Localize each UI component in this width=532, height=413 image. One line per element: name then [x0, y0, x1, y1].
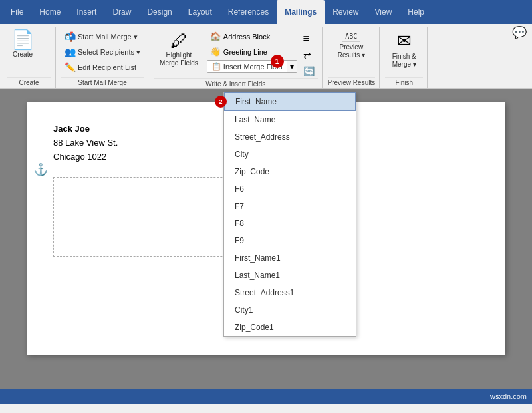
- dropdown-item-first-name1[interactable]: First_Name1: [224, 249, 356, 267]
- highlight-icon: 🖊: [170, 31, 188, 51]
- dropdown-item-street-address[interactable]: Street_Address: [224, 128, 356, 146]
- match-fields-icon: ⇄: [303, 50, 311, 61]
- ribbon-group-write-insert: 🖊 HighlightMerge Fields 🏠 Address Block …: [150, 27, 322, 88]
- preview-results-group-label: Preview Results: [328, 77, 376, 88]
- update-labels-icon: 🔄: [303, 66, 315, 76]
- create-group-label: Create: [7, 77, 51, 88]
- insert-merge-field-container: 📋 Insert Merge Field ▾ 1: [207, 60, 297, 73]
- tab-design[interactable]: Design: [139, 0, 180, 24]
- ribbon-tabs: File Home Insert Draw Design Layout Refe…: [0, 0, 532, 24]
- extra-icon-3[interactable]: 🔄: [300, 64, 318, 78]
- edit-recipient-list-icon: ✏️: [65, 62, 76, 72]
- tab-home[interactable]: Home: [31, 0, 68, 24]
- tab-insert[interactable]: Insert: [68, 0, 104, 24]
- status-bar: wsxdn.com: [0, 389, 532, 404]
- badge-2: 2: [215, 96, 227, 108]
- create-button[interactable]: 📄 Create: [7, 28, 39, 61]
- tab-draw[interactable]: Draw: [104, 0, 139, 24]
- ribbon-group-preview: ABC PreviewResults ▾ Preview Results: [324, 27, 380, 88]
- finish-group-label: Finish: [385, 77, 423, 88]
- insert-merge-field-icon: 📋: [211, 62, 221, 71]
- rules-icon: ≡: [303, 33, 309, 45]
- greeting-line-icon: 👋: [210, 47, 221, 57]
- extra-icon-1[interactable]: ≡: [300, 31, 318, 47]
- highlight-label: HighlightMerge Fields: [160, 51, 198, 67]
- create-icon: 📄: [11, 31, 35, 49]
- start-mail-merge-button[interactable]: 📬 Start Mail Merge ▾: [61, 29, 144, 44]
- edit-recipient-list-label: Edit Recipient List: [78, 63, 136, 71]
- tab-layout[interactable]: Layout: [180, 0, 220, 24]
- start-mail-merge-icon: 📬: [65, 31, 76, 42]
- dropdown-item-f9[interactable]: F9: [224, 232, 356, 249]
- extra-icon-2[interactable]: ⇄: [300, 48, 318, 63]
- dropdown-item-last-name[interactable]: Last_Name: [224, 111, 356, 128]
- finish-merge-button[interactable]: ✉ Finish &Merge ▾: [388, 28, 420, 71]
- tab-references[interactable]: References: [220, 0, 277, 24]
- dropdown-item-street-address1[interactable]: Street_Address1: [224, 284, 356, 301]
- ribbon-group-finish: ✉ Finish &Merge ▾ Finish: [381, 27, 428, 88]
- select-recipients-button[interactable]: 👥 Select Recipients ▾: [61, 45, 144, 59]
- address-block-label: Address Block: [223, 33, 270, 41]
- dropdown-item-last-name1[interactable]: Last_Name1: [224, 267, 356, 284]
- preview-results-icon: ABC: [342, 31, 360, 42]
- address-block-icon: 🏠: [210, 31, 221, 41]
- edit-recipient-list-button[interactable]: ✏️ Edit Recipient List: [61, 60, 144, 74]
- start-mail-merge-group-label: Start Mail Merge: [61, 77, 144, 88]
- greeting-line-button[interactable]: 👋 Greeting Line: [207, 45, 297, 59]
- address-block-button[interactable]: 🏠 Address Block: [207, 29, 297, 43]
- dropdown-item-f7[interactable]: F7: [224, 198, 356, 215]
- tab-file[interactable]: File: [3, 0, 31, 24]
- dropdown-item-first-name[interactable]: First_Name 2: [224, 92, 356, 111]
- dropdown-item-zip-code1[interactable]: Zip_Code1: [224, 319, 356, 336]
- chevron-down-icon: ▾: [290, 62, 294, 71]
- create-label: Create: [13, 51, 33, 59]
- greeting-line-label: Greeting Line: [223, 48, 267, 56]
- select-recipients-icon: 👥: [65, 47, 76, 57]
- dropdown-item-zip-code[interactable]: Zip_Code: [224, 163, 356, 180]
- ribbon-group-start-mail-merge: 📬 Start Mail Merge ▾ 👥 Select Recipients…: [57, 27, 148, 88]
- insert-merge-field-dropdown[interactable]: ▾: [287, 61, 297, 72]
- website-label: wsxdn.com: [490, 392, 527, 400]
- ribbon: 📄 Create Create 📬 Start Mail Merge ▾ 👥 S…: [0, 24, 532, 89]
- finish-merge-icon: ✉: [397, 31, 412, 51]
- start-mail-merge-label: Start Mail Merge ▾: [78, 33, 138, 41]
- tab-help[interactable]: Help: [400, 0, 432, 24]
- dropdown-item-f8[interactable]: F8: [224, 215, 356, 232]
- dropdown-item-city[interactable]: City: [224, 146, 356, 163]
- ribbon-group-create: 📄 Create Create: [3, 27, 56, 88]
- insert-merge-field-dropdown-menu: First_Name 2 Last_Name Street_Address Ci…: [223, 92, 356, 337]
- write-insert-group-label: Write & Insert Fields: [154, 78, 317, 90]
- tab-mailings[interactable]: Mailings: [277, 0, 325, 24]
- badge-1: 1: [271, 55, 284, 68]
- tab-review[interactable]: Review: [325, 0, 366, 24]
- preview-results-button[interactable]: ABC PreviewResults ▾: [334, 28, 369, 62]
- preview-results-label: PreviewResults ▾: [338, 43, 365, 59]
- finish-merge-label: Finish &Merge ▾: [392, 53, 416, 69]
- select-recipients-label: Select Recipients ▾: [78, 48, 140, 57]
- anchor-icon: ⚓: [33, 162, 48, 177]
- chat-icon[interactable]: 💬: [512, 25, 527, 40]
- dropdown-item-f6[interactable]: F6: [224, 180, 356, 198]
- highlight-merge-fields-button[interactable]: 🖊 HighlightMerge Fields: [154, 28, 204, 70]
- tab-view[interactable]: View: [367, 0, 400, 24]
- dropdown-item-city1[interactable]: City1: [224, 301, 356, 319]
